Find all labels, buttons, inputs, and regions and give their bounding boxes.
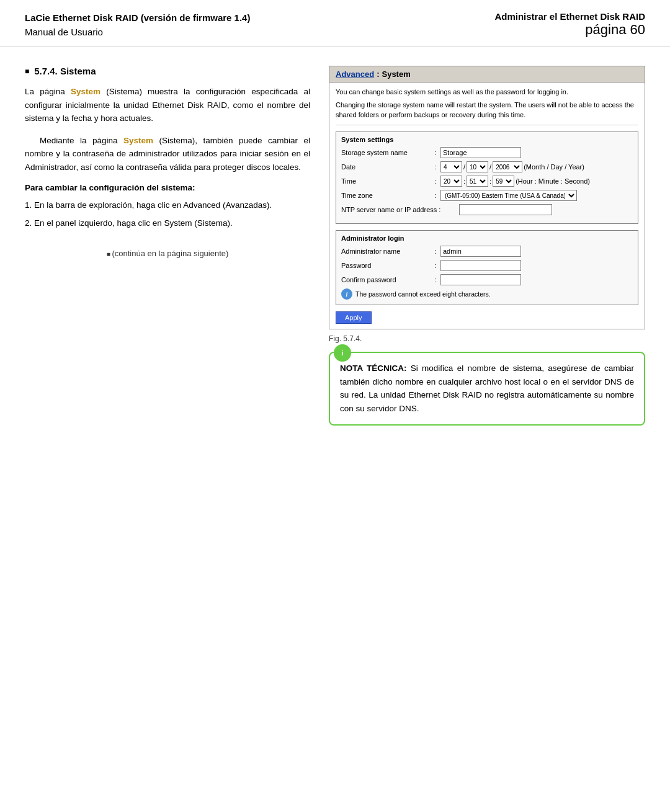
list-num-1: 1. [25, 200, 34, 210]
ui-screenshot-box: Advanced : System You can change basic s… [329, 66, 645, 329]
apply-button[interactable]: Apply [336, 311, 372, 324]
ui-advanced-link[interactable]: Advanced [336, 69, 374, 79]
password-input[interactable] [440, 260, 521, 271]
main-content: 5.7.4. Sistema La página System (Sistema… [0, 47, 670, 444]
right-column: Advanced : System You can change basic s… [329, 66, 645, 426]
field-label-ntp: NTP server name or IP address : [341, 206, 459, 213]
field-password: Password : [341, 260, 633, 271]
date-group: 4 / 10 / 2006 (Month / Day [440, 161, 584, 172]
admin-section: Administrator login Administrator name :… [336, 230, 638, 305]
date-day-select[interactable]: 4 [440, 161, 462, 172]
field-label-password: Password [341, 262, 434, 269]
info-icon: i [341, 288, 352, 300]
system-settings-section: System settings Storage system name : Da… [336, 132, 638, 224]
field-label-admin-name: Administrator name [341, 248, 434, 255]
ui-warning: Changing the storage system name will re… [336, 100, 638, 125]
field-value-confirm-password [440, 274, 633, 285]
tech-note-text: NOTA TÉCNICA: Si modifica el nombre de s… [340, 362, 634, 415]
header-right: Administrar el Ethernet Disk RAID página… [494, 11, 645, 38]
tech-note-box: i NOTA TÉCNICA: Si modifica el nombre de… [329, 352, 645, 425]
header-firmware: (versión de firmware 1.4) [138, 12, 251, 23]
field-value-ntp [459, 204, 633, 215]
list-item-2-text: 2. En el panel izquierdo, haga clic en S… [25, 218, 233, 228]
field-ntp: NTP server name or IP address : [341, 204, 633, 215]
ui-desc-1: You can change basic system settings as … [336, 87, 638, 97]
time-hour-select[interactable]: 20 [440, 176, 462, 187]
admin-section-title: Administrator login [341, 234, 633, 242]
field-value-password [440, 260, 633, 271]
confirm-password-input[interactable] [440, 274, 521, 285]
ui-title-system: System [382, 69, 410, 79]
date-year-select[interactable]: 2006 [493, 161, 522, 172]
steps-list: 1. En la barra de exploración, haga clic… [25, 199, 310, 230]
ui-title-sep: : [377, 69, 379, 79]
list-item-1-text: 1. En la barra de exploración, haga clic… [25, 200, 272, 210]
field-admin-name: Administrator name : [341, 246, 633, 257]
para2-indent: Mediante la página [40, 136, 123, 145]
header-page-num: página 60 [494, 22, 645, 38]
field-label-storage: Storage system name [341, 149, 434, 156]
nota-label: NOTA TÉCNICA: [340, 364, 407, 373]
time-group: 20 : 51 : 59 (Hour : Minute [440, 176, 590, 187]
para-1: La página System (Sistema) muestra la co… [25, 85, 310, 125]
header-left: LaCie Ethernet Disk RAID (versión de fir… [25, 11, 250, 39]
field-storage-name: Storage system name : [341, 147, 633, 158]
advanced-link: Advanced [183, 200, 220, 210]
subheading: Para cambiar la configuración del sistem… [25, 183, 310, 192]
date-month-select[interactable]: 10 [467, 161, 488, 172]
field-label-time: Time [341, 177, 434, 185]
para-2: Mediante la página System (Sistema), tam… [25, 134, 310, 174]
system-link-3: System [164, 218, 192, 228]
field-label-confirm-password: Confirm password [341, 276, 434, 283]
field-label-timezone: Time zone [341, 192, 434, 199]
time-min-select[interactable]: 51 [467, 176, 488, 187]
list-num-2: 2. [25, 218, 34, 228]
timezone-select[interactable]: (GMT-05:00) Eastern Time (USA & Canada) [440, 190, 577, 201]
list-item-1: 1. En la barra de exploración, haga clic… [25, 199, 310, 212]
list-item-2: 2. En el panel izquierdo, haga clic en S… [25, 216, 310, 230]
field-time: Time : 20 : 51 : [341, 176, 633, 187]
password-note-row: i The password cannot exceed eight chara… [341, 288, 633, 300]
field-value-time: 20 : 51 : 59 (Hour : Minute [440, 176, 633, 187]
system-link-2: System [123, 136, 153, 145]
field-value-admin-name [440, 246, 633, 257]
storage-name-input[interactable] [440, 147, 521, 158]
field-value-date: 4 / 10 / 2006 (Month / Day [440, 161, 633, 172]
header-bold-title: LaCie Ethernet Disk RAID [25, 12, 138, 23]
left-column: 5.7.4. Sistema La página System (Sistema… [25, 66, 310, 426]
password-note-text: The password cannot exceed eight charact… [355, 290, 491, 298]
field-value-timezone: (GMT-05:00) Eastern Time (USA & Canada) [440, 190, 633, 201]
header-section-title: Administrar el Ethernet Disk RAID [494, 11, 645, 22]
system-link-1: System [71, 87, 100, 96]
section-heading: 5.7.4. Sistema [25, 66, 310, 76]
field-label-date: Date [341, 163, 434, 171]
ui-body: You can change basic system settings as … [329, 83, 645, 329]
admin-name-input[interactable] [440, 246, 521, 257]
fig-caption: Fig. 5.7.4. [329, 334, 645, 343]
tech-note-icon: i [334, 344, 351, 362]
field-date: Date : 4 / 10 / [341, 161, 633, 172]
para1-text: La página [25, 87, 71, 96]
time-sec-select[interactable]: 59 [493, 176, 514, 187]
page-header: LaCie Ethernet Disk RAID (versión de fir… [0, 0, 670, 47]
ui-title-bar: Advanced : System [329, 66, 645, 83]
system-settings-title: System settings [341, 136, 633, 143]
header-product-title: LaCie Ethernet Disk RAID (versión de fir… [25, 11, 250, 25]
continues-note: (continúa en la página siguiente) [25, 249, 310, 258]
field-value-storage [440, 147, 633, 158]
field-timezone: Time zone : (GMT-05:00) Eastern Time (US… [341, 190, 633, 201]
field-confirm-password: Confirm password : [341, 274, 633, 285]
header-subtitle: Manual de Usuario [25, 25, 250, 40]
ntp-input[interactable] [459, 204, 552, 215]
